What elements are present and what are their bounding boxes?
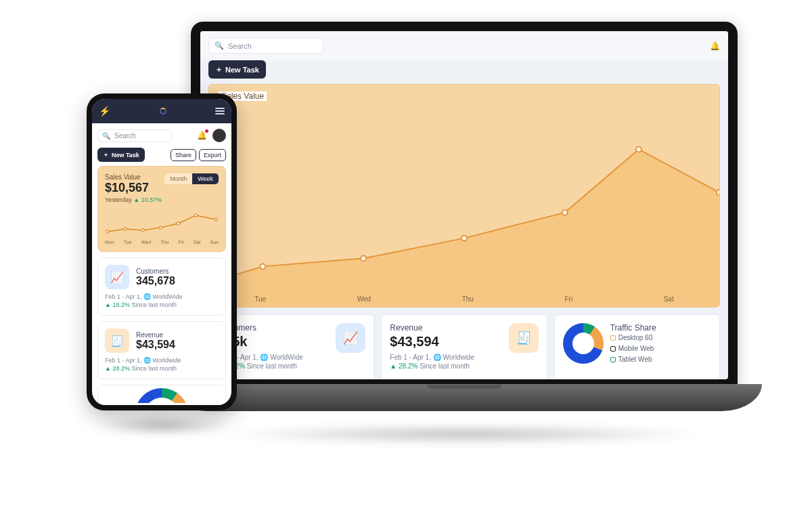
share-button[interactable]: Share	[171, 149, 196, 161]
phone-navbar: ⚡	[92, 99, 231, 123]
chart-up-icon: 📈	[336, 323, 365, 353]
new-task-button[interactable]: ＋ New Task	[97, 148, 145, 162]
revenue-growth: ▲ 28.2% Since last month	[105, 365, 219, 372]
search-placeholder: Search	[228, 42, 252, 50]
legend-tablet-text: Tablet Web	[618, 356, 652, 363]
revenue-range-text: Feb 1 - Apr 1,	[390, 354, 431, 361]
new-task-button[interactable]: ＋ New Task	[208, 60, 266, 79]
phone-header: 🔍 Search 🔔	[92, 123, 231, 148]
svg-point-0	[260, 263, 265, 269]
svg-point-5	[717, 190, 719, 195]
toggle-month[interactable]: Month	[164, 173, 192, 184]
avatar[interactable]	[212, 129, 226, 142]
x-sun: Sun	[210, 240, 219, 245]
hamburger-menu-button[interactable]	[215, 108, 225, 114]
bell-icon[interactable]: 🔔	[710, 41, 720, 51]
bolt-icon: ⚡	[99, 106, 110, 117]
square-icon	[610, 357, 616, 362]
svg-point-11	[194, 214, 197, 217]
toggle-week[interactable]: Week	[192, 173, 219, 184]
square-icon	[610, 335, 616, 341]
new-task-label: New Task	[112, 152, 139, 158]
laptop-screen: 🔍 Search 🔔 ＋ New Task Sales Value	[191, 22, 738, 389]
revenue-since: Since last month	[420, 362, 470, 370]
x-wed: Wed	[141, 240, 151, 245]
caret-up-icon: ▲	[105, 365, 111, 372]
legend-mobile: Mobile Web	[610, 343, 711, 354]
phone-toolbar: ＋ New Task Share Export	[92, 148, 231, 166]
legend-mobile-text: Mobile Web	[618, 345, 654, 352]
svg-point-4	[636, 146, 641, 152]
bell-icon[interactable]: 🔔	[197, 131, 207, 140]
traffic-card-partial	[97, 385, 226, 405]
svg-point-10	[177, 222, 179, 225]
customers-growth: ▲ 18.2% Since last month	[217, 362, 365, 370]
x-thu: Thu	[160, 240, 168, 245]
period-toggle[interactable]: Month Week	[164, 173, 219, 184]
customers-label: Customers	[136, 268, 175, 275]
phone-device: ⚡ 🔍 Search 🔔 ＋ New Task Share Export Mon…	[87, 93, 237, 410]
sales-growth-row: Yesterday ▲ 10.57%	[105, 196, 219, 203]
stats-row: 📈 Customers 345k Feb 1 - Apr 1, 🌐 WorldW…	[200, 314, 728, 379]
cash-register-icon: 🧾	[509, 323, 539, 353]
svg-point-6	[106, 230, 109, 233]
chart-up-icon: 📈	[105, 265, 129, 289]
caret-up-icon: ▲	[133, 196, 141, 203]
sales-growth: 10.57%	[141, 196, 162, 203]
customers-scope: WorldWide	[270, 354, 303, 361]
phone-shadow	[95, 416, 230, 435]
customers-growth-val: 18.2%	[112, 301, 130, 308]
mini-chart-xaxis: Mon Tue Wed Thu Fri Sat Sun	[105, 240, 219, 245]
sales-summary-card: Month Week Sales Value $10,567 Yesterday…	[97, 166, 226, 252]
caret-up-icon: ▲	[105, 301, 111, 308]
laptop-shadow	[221, 424, 708, 444]
customers-scope: WorldWide	[153, 293, 183, 300]
laptop-toolbar: ＋ New Task	[200, 60, 728, 84]
traffic-card: Traffic Share Desktop 60 Mobile Web Tabl…	[554, 314, 720, 379]
legend-desktop-text: Desktop 60	[618, 334, 653, 341]
revenue-scope: Worldwide	[443, 354, 474, 361]
sales-line-chart	[209, 85, 719, 307]
traffic-donut-chart	[135, 388, 189, 403]
svg-point-3	[562, 210, 568, 215]
svg-point-8	[141, 229, 144, 232]
caret-up-icon: ▲	[390, 362, 397, 370]
search-input[interactable]: 🔍 Search	[97, 129, 172, 142]
globe-icon: 🌐	[143, 357, 151, 364]
spinner-icon	[160, 108, 166, 114]
square-icon	[610, 346, 616, 352]
sales-chart-card: Sales Value Tue Wed Thu Fri Sat	[208, 84, 720, 308]
revenue-growth-val: 28.2%	[112, 365, 130, 372]
svg-point-12	[215, 218, 217, 221]
laptop-viewport: 🔍 Search 🔔 ＋ New Task Sales Value	[200, 31, 728, 379]
svg-point-9	[159, 226, 162, 229]
customers-card: 📈 Customers 345,678 Feb 1 - Apr 1, 🌐 Wor…	[97, 257, 226, 316]
x-fri: Fri	[178, 240, 183, 245]
revenue-card: 🧾 Revenue $43,594 Feb 1 - Apr 1, 🌐 World…	[381, 314, 547, 379]
revenue-scope: Worldwide	[153, 357, 181, 364]
new-task-label: New Task	[225, 66, 259, 74]
legend-tablet: Tablet Web	[610, 354, 711, 365]
search-placeholder: Search	[114, 132, 136, 140]
x-mon: Mon	[105, 240, 114, 245]
x-tue: Tue	[124, 240, 132, 245]
phone-viewport: ⚡ 🔍 Search 🔔 ＋ New Task Share Export Mon…	[92, 99, 231, 405]
customers-range-text: Feb 1 - Apr 1,	[105, 293, 142, 300]
customers-growth: ▲ 18.2% Since last month	[105, 301, 219, 308]
plus-icon: ＋	[215, 64, 223, 75]
revenue-since: Since last month	[131, 365, 177, 372]
revenue-range: Feb 1 - Apr 1, 🌐 Worldwide	[390, 354, 538, 361]
search-input[interactable]: 🔍 Search	[208, 38, 323, 54]
svg-point-2	[461, 236, 467, 241]
export-button[interactable]: Export	[199, 149, 226, 161]
customers-range: Feb 1 - Apr 1, 🌐 WorldWide	[217, 354, 365, 361]
laptop-notch	[427, 385, 501, 389]
svg-point-7	[124, 228, 127, 230]
cash-register-icon: 🧾	[105, 329, 129, 353]
revenue-growth: ▲ 28.2% Since last month	[390, 362, 538, 370]
legend-desktop: Desktop 60	[610, 333, 711, 343]
customers-value: 345,678	[136, 275, 175, 287]
customers-since: Since last month	[247, 362, 297, 370]
globe-icon: 🌐	[260, 354, 268, 361]
laptop-device: 🔍 Search 🔔 ＋ New Task Sales Value	[166, 22, 762, 440]
